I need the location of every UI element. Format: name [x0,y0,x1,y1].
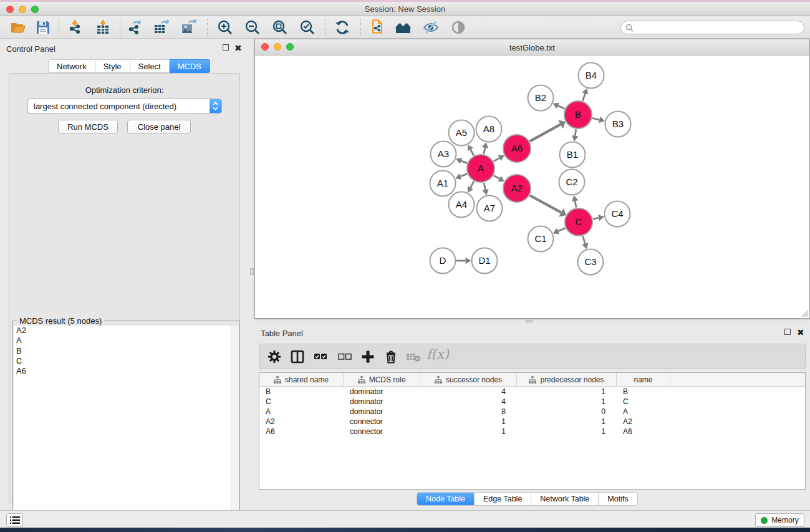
table-row[interactable]: A6connector11A6 [259,427,805,437]
edge-C-C2[interactable] [575,201,576,208]
hide-selected-eye-icon[interactable] [423,19,439,36]
edge-B-B2[interactable] [558,106,565,109]
main-toolbar [0,16,810,39]
table-row[interactable]: A2connector11A2 [259,417,805,427]
import-network-icon[interactable] [67,19,84,36]
table-row[interactable]: Cdominator41C [259,397,805,407]
network-canvas[interactable]: B4B2BB3A5A8A6B1A3AA1C2A2A4A7C4CC1C3DD1 [255,56,809,318]
edge-A-A6[interactable] [494,158,499,161]
resize-grip-icon[interactable] [801,309,809,317]
network-graph[interactable]: B4B2BB3A5A8A6B1A3AA1C2A2A4A7C4CC1C3DD1 [255,56,809,318]
table-settings-gear-icon[interactable] [267,349,282,364]
edge-A6-B[interactable] [530,124,561,141]
edge-C-C1[interactable] [558,228,566,231]
table-row[interactable]: Adominator80A [259,407,805,417]
export-image-icon[interactable] [181,19,197,36]
vertical-splitter-grip[interactable] [250,268,254,275]
search-field[interactable] [620,21,804,34]
graph-node-label: C [576,216,582,227]
cell-name: A6 [617,427,670,436]
zoom-selected-icon[interactable] [299,19,316,36]
scrollbar-track[interactable] [231,326,239,531]
float-table-panel-icon[interactable] [784,329,791,336]
zoom-out-icon[interactable] [244,19,261,36]
graph-node-label: C1 [534,233,546,244]
tab-style[interactable]: Style [95,59,130,73]
mcds-result-item[interactable]: C [14,356,239,366]
refresh-icon[interactable] [334,19,350,36]
float-panel-icon[interactable] [223,44,229,52]
mcds-result-list[interactable]: A2ABCA6 [14,326,239,531]
edge-C-C3[interactable] [583,236,586,244]
show-panels-list-button[interactable] [6,513,23,527]
edge-A-A2[interactable] [494,175,499,178]
cell-predecessor-nodes: 1 [517,387,617,396]
run-mcds-button[interactable]: Run MCDS [58,120,118,134]
function-builder-icon[interactable]: f(x) [427,347,441,362]
zoom-fit-icon[interactable] [272,19,288,36]
table-row[interactable]: Bdominator41B [259,387,805,397]
mcds-result-item[interactable]: A [14,336,239,346]
mcds-result-item[interactable]: A6 [14,366,239,376]
graph-node-label: B4 [586,70,597,80]
tab-network[interactable]: Network [48,59,95,73]
close-panel-icon[interactable]: ✖ [234,44,242,52]
network-window-titlebar[interactable]: testGlobe.txt [255,39,809,56]
cell-name: A [617,407,670,416]
eye-icon[interactable] [450,19,466,36]
close-panel-button[interactable]: Close panel [127,120,191,134]
edge-C-C4[interactable] [593,218,599,219]
table-panel-title: Table Panel [261,329,303,338]
network-file-icon[interactable] [369,19,385,36]
mcds-result-item[interactable]: B [14,346,239,356]
edge-B-B3[interactable] [592,118,599,120]
select-all-columns-icon[interactable] [313,349,328,364]
zoom-in-icon[interactable] [217,19,233,36]
unselect-all-columns-icon[interactable] [337,349,352,364]
edge-B-B4[interactable] [582,94,585,101]
save-session-icon[interactable] [35,19,51,36]
cell-shared-name: A [259,407,344,416]
tab-edge-table[interactable]: Edge Table [474,493,531,505]
tab-mcds[interactable]: MCDS [170,59,210,73]
optimization-criterion-label: Optimization criterion: [9,85,239,95]
export-table-icon[interactable] [153,19,170,36]
table-header-row: shared nameMCDS rolesuccessor nodesprede… [259,373,805,387]
export-network-icon[interactable] [127,19,143,36]
tab-network-table[interactable]: Network Table [531,493,598,505]
home-icon[interactable] [395,19,412,36]
delete-table-icon[interactable] [406,349,421,364]
memory-button[interactable]: Memory [755,513,804,527]
edge-B-B1[interactable] [575,129,576,136]
table-toolbar: f(x) [259,344,806,369]
delete-column-trash-icon[interactable] [383,349,398,364]
tab-motifs[interactable]: Motifs [598,493,637,505]
cell-shared-name: A2 [259,417,344,426]
show-column-panel-icon[interactable] [290,349,305,364]
column-header-predecessor-nodes[interactable]: predecessor nodes [517,373,617,386]
edge-A-A8[interactable] [484,148,485,154]
edge-A-A5[interactable] [471,150,474,156]
close-table-panel-icon[interactable]: ✖ [797,329,804,336]
column-header-shared-name[interactable]: shared name [259,373,344,386]
edge-A-A7[interactable] [484,183,485,190]
column-header-name[interactable]: name [617,373,670,386]
import-table-icon[interactable] [95,19,111,36]
optimization-criterion-select[interactable]: largest connected component (directed) [27,99,222,114]
tab-select[interactable]: Select [130,59,170,73]
edge-A-A1[interactable] [460,174,467,177]
search-input[interactable] [634,23,804,32]
toolbar-divider [59,19,59,36]
edge-A2-C[interactable] [530,195,561,212]
column-header-successor-nodes[interactable]: successor nodes [420,373,517,386]
cell-successor-nodes: 8 [420,407,517,416]
column-header-MCDS-role[interactable]: MCDS role [344,373,420,386]
create-column-plus-icon[interactable] [360,349,375,364]
node-table[interactable]: shared nameMCDS rolesuccessor nodesprede… [259,372,806,490]
mcds-result-item[interactable]: A2 [14,326,239,336]
edge-A-A4[interactable] [470,181,474,188]
open-file-icon[interactable] [10,19,26,36]
edge-A-A3[interactable] [461,161,467,163]
graph-node-label: D [440,255,446,266]
tab-node-table[interactable]: Node Table [417,493,474,505]
